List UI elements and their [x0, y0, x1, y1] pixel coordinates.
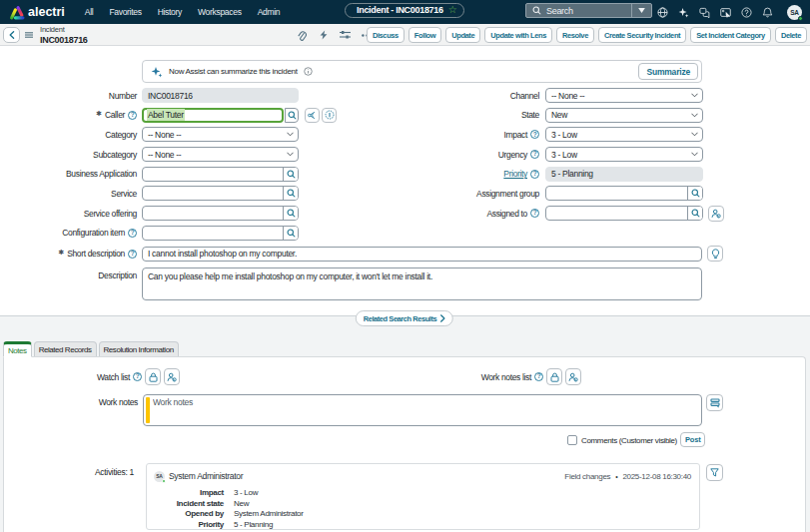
watch-list-add-me-button[interactable] [164, 368, 180, 385]
assignment-group-lookup-button[interactable] [687, 187, 702, 200]
globe-icon[interactable] [657, 7, 668, 18]
description-textarea[interactable]: Can you please help me install photoshop… [142, 267, 702, 300]
subcategory-select[interactable]: -- None -- [142, 147, 299, 162]
summarize-button[interactable]: Summarize [638, 63, 698, 80]
search-placeholder: Search [546, 6, 573, 16]
caller-lookup-button[interactable] [285, 108, 299, 123]
watch-list-label: Watch list [4, 372, 130, 382]
notifications-bell-icon[interactable] [762, 7, 773, 18]
assignment-group-input[interactable] [546, 187, 687, 200]
resolve-button[interactable]: Resolve [556, 27, 594, 43]
screen-share-icon[interactable] [720, 7, 731, 18]
service-lookup-button[interactable] [283, 187, 298, 200]
nav-history[interactable]: History [150, 7, 190, 17]
description-label: Description [98, 270, 137, 280]
configuration-item-lookup-button[interactable] [283, 227, 298, 240]
work-notes-list-lock-button[interactable] [546, 368, 562, 385]
nav-favorites[interactable]: Favorites [101, 7, 149, 17]
lock-icon [149, 372, 158, 382]
form-left-column: Number INC0018716 ✱ Caller ? Abel Tuter [0, 88, 299, 246]
context-pill[interactable]: Incident - INC0018716 ☆ [345, 3, 464, 18]
business-application-input[interactable] [143, 168, 283, 181]
caller-help-icon[interactable]: ? [128, 111, 137, 120]
watch-list-lock-button[interactable] [145, 368, 161, 385]
caller-input[interactable]: Abel Tuter [142, 108, 284, 123]
nav-workspaces[interactable]: Workspaces [190, 7, 250, 17]
activity-type: Field changes [564, 472, 610, 481]
subcategory-label: Subcategory [93, 150, 137, 160]
priority-help-icon[interactable]: ? [530, 170, 539, 179]
change-value: 3 - Low [234, 489, 258, 497]
record-number: INC0018716 [40, 36, 88, 45]
now-assist-icon[interactable] [678, 7, 689, 18]
meta-separator: • [615, 473, 617, 480]
star-icon[interactable]: ☆ [448, 5, 457, 15]
search-input[interactable]: Search [526, 4, 631, 17]
help-icon[interactable] [741, 7, 752, 18]
update-with-lens-button[interactable]: Update with Lens [484, 27, 552, 43]
suggestions-lightbulb-button[interactable] [707, 246, 723, 262]
discuss-button[interactable]: Discuss [367, 27, 405, 43]
caller-preview-button[interactable] [322, 108, 337, 123]
impact-select[interactable]: 3 - Low [545, 127, 703, 142]
personalize-form-icon[interactable] [340, 30, 351, 41]
person-icon [711, 209, 721, 219]
urgency-select[interactable]: 3 - Low [545, 147, 703, 162]
info-icon[interactable] [304, 67, 313, 76]
short-description-input[interactable] [142, 247, 702, 262]
tab-notes[interactable]: Notes [3, 341, 32, 357]
service-offering-lookup-button[interactable] [283, 207, 298, 220]
watch-list-help-icon[interactable]: ? [133, 372, 142, 381]
assigned-to-help-icon[interactable]: ? [530, 209, 539, 218]
update-button[interactable]: Update [445, 27, 480, 43]
chevron-down-icon [691, 113, 698, 118]
tab-resolution-information[interactable]: Resolution Information [99, 341, 179, 356]
follow-button[interactable]: Follow [408, 27, 441, 43]
user-avatar[interactable]: SA [787, 5, 802, 20]
create-security-incident-button[interactable]: Create Security Incident [598, 27, 686, 43]
back-button[interactable] [3, 27, 20, 43]
comments-checkbox[interactable] [567, 435, 577, 445]
impact-help-icon[interactable]: ? [530, 130, 539, 139]
assigned-to-input[interactable] [546, 207, 687, 220]
urgency-help-icon[interactable]: ? [530, 150, 539, 159]
configuration-item-help-icon[interactable]: ? [128, 229, 137, 238]
funnel-icon [710, 468, 719, 477]
caller-related-records-button[interactable] [305, 108, 320, 123]
activity-filter-button[interactable] [706, 464, 723, 481]
delete-button[interactable]: Delete [775, 27, 807, 43]
state-select[interactable]: New [545, 108, 703, 123]
change-row: Impact 3 - Low [147, 489, 699, 497]
change-value: System Administrator [234, 510, 304, 518]
field-row-urgency: Urgency ? 3 - Low [423, 147, 703, 162]
work-notes-list-help-icon[interactable]: ? [534, 372, 543, 381]
tab-related-records[interactable]: Related Records [34, 341, 97, 356]
flash-icon[interactable] [318, 30, 329, 41]
service-offering-input[interactable] [143, 207, 283, 220]
service-input[interactable] [143, 187, 283, 200]
business-application-lookup-button[interactable] [283, 168, 298, 181]
number-label: Number [109, 91, 137, 101]
short-description-help-icon[interactable]: ? [128, 250, 137, 259]
related-search-results-button[interactable]: Related Search Results [356, 310, 453, 326]
assigned-to-label: Assigned to [486, 209, 527, 219]
attachment-paperclip-icon[interactable] [296, 30, 307, 41]
assign-to-me-button[interactable] [708, 206, 724, 222]
category-select[interactable]: -- None -- [142, 127, 299, 142]
set-incident-category-button[interactable]: Set Incident Category [690, 27, 771, 43]
priority-label-link[interactable]: Priority [503, 169, 527, 179]
configuration-item-input[interactable] [143, 227, 283, 240]
work-notes-list-group: Work notes list ? [407, 368, 581, 385]
form-context-menu[interactable] [25, 32, 33, 38]
brand-logo[interactable]: alectri [9, 5, 65, 20]
channel-select[interactable]: -- None -- [545, 88, 703, 103]
connect-chat-icon[interactable] [699, 7, 710, 18]
search-scope-dropdown[interactable] [631, 4, 651, 17]
nav-admin[interactable]: Admin [250, 7, 289, 17]
nav-all[interactable]: All [77, 7, 102, 17]
assigned-to-lookup-button[interactable] [687, 207, 702, 220]
post-button[interactable]: Post [680, 432, 705, 447]
activity-stream-button[interactable] [706, 394, 723, 411]
work-notes-list-add-me-button[interactable] [565, 368, 581, 385]
work-notes-textarea[interactable] [153, 397, 698, 423]
